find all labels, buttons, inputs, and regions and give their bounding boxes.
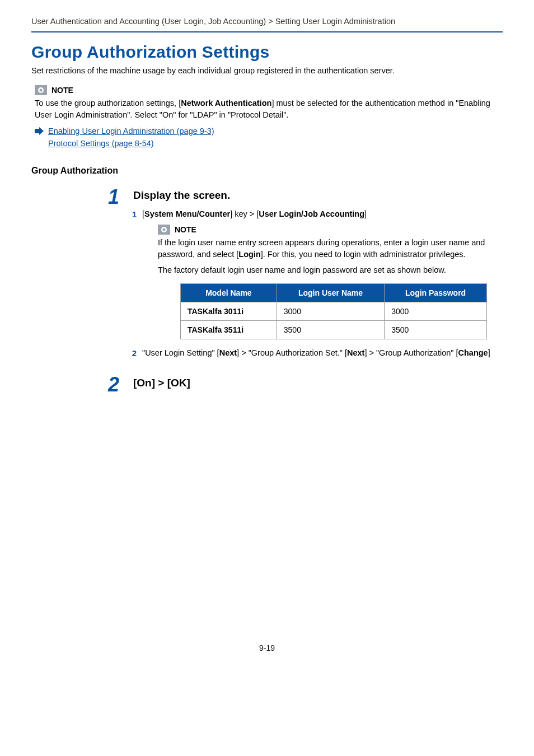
cell-pass: 3000 [385, 302, 487, 320]
text: ] [364, 209, 367, 218]
cell-model: TASKalfa 3011i [181, 302, 277, 320]
text: ] key > [ [230, 209, 259, 218]
section-heading: Group Authorization [31, 166, 503, 176]
link-protocol-settings[interactable]: Protocol Settings (page 8-54) [48, 139, 154, 148]
cell-user: 3000 [277, 302, 384, 320]
arrow-icon [35, 127, 44, 135]
text: ]. For this, you need to login with admi… [261, 250, 466, 259]
substep-number: 1 [129, 209, 137, 219]
step-number: 1 [104, 189, 123, 363]
svg-point-6 [163, 228, 166, 231]
text-bold: Change [458, 348, 488, 357]
text: ] > "Group Authorization Set." [ [237, 348, 347, 357]
step-1: 1 Display the screen. 1 [System Menu/Cou… [104, 189, 503, 363]
link-enabling-user-login[interactable]: Enabling User Login Administration (page… [48, 127, 214, 136]
text-bold: System Menu/Counter [144, 209, 230, 218]
breadcrumb: User Authentication and Accounting (User… [31, 17, 503, 26]
note-body: If the login user name entry screen appe… [158, 237, 503, 262]
note-icon [158, 225, 170, 235]
cell-user: 3500 [277, 320, 384, 339]
credentials-table: Model Name Login User Name Login Passwor… [180, 283, 487, 339]
substep-number: 2 [129, 348, 137, 358]
text: ] > "Group Authorization" [ [364, 348, 458, 357]
table-row: TASKalfa 3511i 3500 3500 [181, 320, 487, 339]
note-body: The factory default login user name and … [158, 264, 503, 277]
step-2: 2 [On] > [OK] [104, 377, 503, 397]
cell-pass: 3500 [385, 320, 487, 339]
substep-1: 1 [System Menu/Counter] key > [User Logi… [129, 209, 503, 219]
step-title: [On] > [OK] [133, 377, 503, 389]
inner-note-block: NOTE If the login user name entry screen… [158, 225, 503, 339]
text-bold: User Login/Job Accounting [259, 209, 364, 218]
step-title: Display the screen. [133, 189, 503, 202]
table-header: Login User Name [277, 283, 384, 302]
table-row: TASKalfa 3011i 3000 3000 [181, 302, 487, 320]
divider [31, 31, 503, 32]
text-bold: Network Authentication [181, 99, 271, 108]
page-number: 9-19 [31, 643, 503, 652]
text: To use the group authorization settings,… [35, 99, 181, 108]
page-title: Group Authorization Settings [31, 43, 503, 62]
note-block: NOTE To use the group authorization sett… [31, 85, 503, 121]
intro-text: Set restrictions of the machine usage by… [31, 66, 503, 75]
table-header: Login Password [385, 283, 487, 302]
document-page: User Authentication and Accounting (User… [0, 0, 534, 669]
step-number: 2 [104, 377, 123, 397]
table-header: Model Name [181, 283, 277, 302]
svg-point-2 [40, 89, 43, 92]
text: ] [488, 348, 490, 357]
text: "User Login Setting" [ [142, 348, 219, 357]
text-bold: Next [219, 348, 237, 357]
substep-2: 2 "User Login Setting" [Next] > "Group A… [129, 348, 503, 358]
note-label: NOTE [51, 86, 73, 95]
note-label: NOTE [175, 225, 196, 234]
svg-marker-3 [35, 127, 44, 135]
note-icon [35, 85, 47, 95]
reference-links: Enabling User Login Administration (page… [35, 125, 503, 150]
cell-model: TASKalfa 3511i [181, 320, 277, 339]
text-bold: Next [347, 348, 364, 357]
note-body: To use the group authorization settings,… [35, 97, 503, 121]
text-bold: Login [238, 250, 260, 259]
